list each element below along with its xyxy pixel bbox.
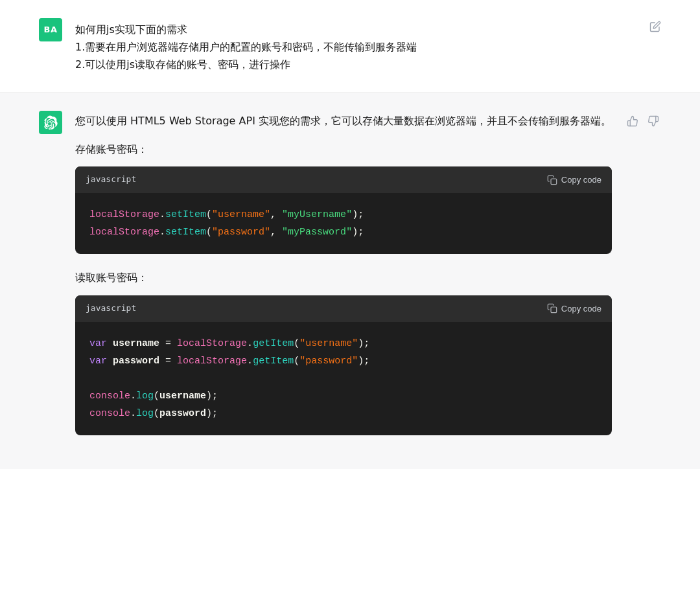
assistant-message: 您可以使用 HTML5 Web Storage API 实现您的需求，它可以存储… — [0, 93, 700, 469]
thumbs-up-button[interactable] — [625, 113, 640, 129]
code-lang-2: javascript — [86, 302, 136, 315]
code-line: var username = localStorage.getItem("use… — [89, 335, 598, 352]
thumbs-down-button[interactable] — [646, 113, 661, 129]
code-block-2-header: javascript Copy code — [75, 295, 612, 322]
copy-button-2[interactable]: Copy code — [547, 303, 601, 314]
user-line-2: 1.需要在用户浏览器端存储用户的配置的账号和密码，不能传输到服务器端 — [75, 38, 636, 56]
code-line: var password = localStorage.getItem("pas… — [89, 352, 598, 370]
user-line-3: 2.可以使用js读取存储的账号、密码，进行操作 — [75, 56, 636, 73]
copy-label-1: Copy code — [561, 175, 601, 185]
code-lang-1: javascript — [86, 173, 136, 187]
code-content-2: var username = localStorage.getItem("use… — [75, 322, 612, 435]
user-message-content: 如何用js实现下面的需求 1.需要在用户浏览器端存储用户的配置的账号和密码，不能… — [75, 18, 636, 74]
section1-title: 存储账号密码： — [75, 141, 612, 158]
code-content-1: localStorage.setItem("username", "myUser… — [75, 193, 612, 254]
user-avatar: BA — [39, 18, 62, 41]
assistant-avatar — [39, 111, 62, 134]
assistant-message-content: 您可以使用 HTML5 Web Storage API 实现您的需求，它可以存储… — [75, 111, 612, 451]
chat-container: BA 如何用js实现下面的需求 1.需要在用户浏览器端存储用户的配置的账号和密码… — [0, 0, 700, 469]
assistant-intro-text: 您可以使用 HTML5 Web Storage API 实现您的需求，它可以存储… — [75, 112, 612, 130]
code-block-2: javascript Copy code var username = loca… — [75, 295, 612, 435]
user-line-1: 如何用js实现下面的需求 — [75, 21, 636, 38]
copy-label-2: Copy code — [561, 304, 601, 314]
code-line: console.log(password); — [89, 405, 598, 422]
edit-icon[interactable] — [649, 18, 661, 38]
user-message: BA 如何用js实现下面的需求 1.需要在用户浏览器端存储用户的配置的账号和密码… — [0, 0, 700, 93]
code-block-1-header: javascript Copy code — [75, 166, 612, 193]
user-text: 如何用js实现下面的需求 1.需要在用户浏览器端存储用户的配置的账号和密码，不能… — [75, 21, 636, 74]
code-line: console.log(username); — [89, 387, 598, 405]
svg-rect-1 — [551, 307, 557, 313]
svg-rect-0 — [551, 179, 557, 185]
code-line: localStorage.setItem("username", "myUser… — [89, 206, 598, 223]
message-actions — [625, 111, 661, 129]
code-line: localStorage.setItem("password", "myPass… — [89, 223, 598, 241]
code-block-1: javascript Copy code localStorage.setIte… — [75, 166, 612, 254]
code-line — [89, 370, 598, 387]
copy-button-1[interactable]: Copy code — [547, 175, 601, 185]
section2-title: 读取账号密码： — [75, 269, 612, 286]
